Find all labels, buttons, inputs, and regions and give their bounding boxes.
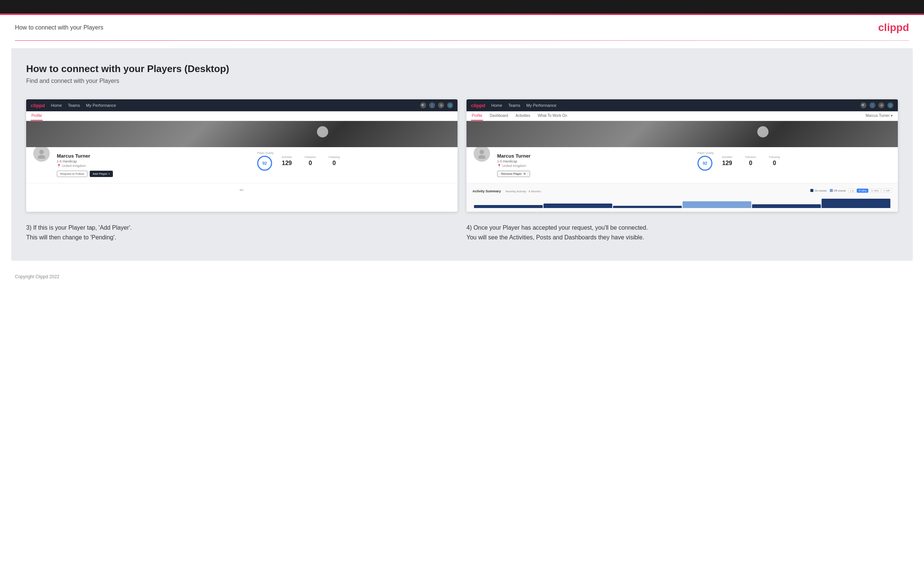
action-buttons-left: Request to Follow Add Player + xyxy=(57,171,251,177)
footer: Copyright Clippd 2022 xyxy=(0,268,924,285)
mock-logo-right: clippd xyxy=(471,103,485,108)
time-btn-6mths[interactable]: 6 mths xyxy=(857,189,868,193)
mock-navbar-right: clippd Home Teams My Performance 🔍 👤 ⚙ 🌐 xyxy=(467,99,898,111)
time-btn-3mths[interactable]: 3 mths xyxy=(869,189,880,193)
quality-label-left: Player Quality xyxy=(257,152,274,154)
stat-followers-right: Followers 0 xyxy=(740,156,761,166)
stat-activities-right: Activities 129 xyxy=(718,156,737,166)
copyright-text: Copyright Clippd 2022 xyxy=(15,274,60,279)
mock-logo-left: clippd xyxy=(31,103,45,108)
tab-profile-right[interactable]: Profile xyxy=(471,111,483,121)
search-icon-right[interactable]: 🔍 xyxy=(861,102,866,108)
time-btn-1mth[interactable]: 1 mth xyxy=(881,189,892,193)
profile-info-left: Marcus Turner 1-5 Handicap 📍 United King… xyxy=(57,152,251,177)
location-left: 📍 United Kingdom xyxy=(57,164,251,168)
mock-tabs-right: Profile Dashboard Activities What To Wor… xyxy=(467,111,898,121)
stat-following-right: Following 0 xyxy=(764,156,785,166)
mock-nav-icons-left: 🔍 👤 ⚙ 🌐 xyxy=(420,102,453,108)
globe-icon-left[interactable]: 🌐 xyxy=(447,102,453,108)
page-subtitle: Find and connect with your Players xyxy=(26,78,898,84)
svg-point-2 xyxy=(480,150,484,154)
profile-info-right: Marcus Turner 1-5 Handicap 📍 United King… xyxy=(497,152,691,177)
mock-profile-left: Marcus Turner 1-5 Handicap 📍 United King… xyxy=(26,147,457,183)
player-name-left: Marcus Turner xyxy=(57,153,251,159)
edit-icon-left: ✏ xyxy=(240,187,244,193)
mock-nav-icons-right: 🔍 👤 ⚙ 🌐 xyxy=(861,102,893,108)
mock-nav-teams-left[interactable]: Teams xyxy=(68,103,80,108)
screenshot-right: clippd Home Teams My Performance 🔍 👤 ⚙ 🌐… xyxy=(467,99,898,212)
handicap-right: 1-5 Handicap xyxy=(497,160,691,163)
stat-group-right: Player Quality 92 Activities 129 Followe… xyxy=(698,152,892,171)
screenshot-left: clippd Home Teams My Performance 🔍 👤 ⚙ 🌐… xyxy=(26,99,457,212)
mock-nav-home-left[interactable]: Home xyxy=(51,103,62,108)
stat-following-left: Following 0 xyxy=(324,156,344,166)
remove-x-icon: ✕ xyxy=(523,172,526,176)
stat-activities-left: Activities 129 xyxy=(277,156,297,166)
mock-nav-teams-right[interactable]: Teams xyxy=(508,103,520,108)
tab-whattworkon-right[interactable]: What To Work On xyxy=(537,111,568,121)
user-icon-left[interactable]: 👤 xyxy=(429,102,435,108)
request-follow-button[interactable]: Request to Follow xyxy=(57,171,87,177)
stat-group-left: Player Quality 92 Activities 129 Followe… xyxy=(257,152,452,171)
activity-summary: Activity Summary Monthly Activity · 6 Mo… xyxy=(467,183,898,212)
activity-chart xyxy=(472,197,892,208)
breadcrumb: How to connect with your Players xyxy=(15,24,103,31)
svg-point-0 xyxy=(39,150,44,154)
mock-nav-performance-right[interactable]: My Performance xyxy=(526,103,557,108)
tab-user-right[interactable]: Marcus Turner ▾ xyxy=(865,111,893,121)
tab-activities-right[interactable]: Activities xyxy=(515,111,531,121)
description-right: 4) Once your Player has accepted your re… xyxy=(467,223,898,242)
description-left: 3) If this is your Player tap, 'Add Play… xyxy=(26,223,457,242)
settings-icon-right[interactable]: ⚙ xyxy=(879,102,884,108)
activity-subtitle: Monthly Activity · 6 Months xyxy=(506,190,541,193)
activity-title: Activity Summary xyxy=(472,189,501,193)
user-icon-right[interactable]: 👤 xyxy=(869,102,876,108)
descriptions-row: 3) If this is your Player tap, 'Add Play… xyxy=(26,223,898,242)
globe-icon-right[interactable]: 🌐 xyxy=(887,102,893,108)
legend-on-course: On course xyxy=(810,189,826,192)
svg-point-3 xyxy=(478,155,486,159)
mock-banner-left xyxy=(26,121,457,147)
main-content: How to connect with your Players (Deskto… xyxy=(11,48,913,261)
quality-circle-right: 92 xyxy=(698,156,712,171)
stat-followers-left: Followers 0 xyxy=(300,156,320,166)
tab-dashboard-right[interactable]: Dashboard xyxy=(489,111,509,121)
header-divider xyxy=(15,40,909,41)
mock-profile-right: Marcus Turner 1-5 Handicap 📍 United King… xyxy=(467,147,898,183)
page-title: How to connect with your Players (Deskto… xyxy=(26,63,898,75)
top-black-bar xyxy=(0,0,924,13)
header: How to connect with your Players clippd xyxy=(0,15,924,40)
location-right: 📍 United Kingdom xyxy=(497,164,691,168)
legend-off-course: Off course xyxy=(830,189,846,192)
quality-label-right: Player Quality xyxy=(698,152,714,154)
handicap-left: 1-5 Handicap xyxy=(57,160,251,163)
legend: On course Off course xyxy=(810,189,845,192)
remove-player-button[interactable]: Remove Player ✕ xyxy=(497,171,530,177)
time-buttons: 1 yr 6 mths 3 mths 1 mth xyxy=(848,189,892,193)
mock-nav-performance-left[interactable]: My Performance xyxy=(86,103,116,108)
edit-area-left: ✏ xyxy=(26,183,457,197)
quality-circle-left: 92 xyxy=(257,156,272,171)
settings-icon-left[interactable]: ⚙ xyxy=(438,102,444,108)
screenshots-row: clippd Home Teams My Performance 🔍 👤 ⚙ 🌐… xyxy=(26,99,898,212)
svg-point-1 xyxy=(38,155,45,159)
mock-navbar-left: clippd Home Teams My Performance 🔍 👤 ⚙ 🌐 xyxy=(26,99,457,111)
mock-tabs-left: Profile xyxy=(26,111,457,121)
mock-banner-right xyxy=(467,121,898,147)
mock-nav-home-right[interactable]: Home xyxy=(491,103,502,108)
clippd-logo: clippd xyxy=(879,22,909,34)
time-btn-1yr[interactable]: 1 yr xyxy=(848,189,856,193)
player-name-right: Marcus Turner xyxy=(497,153,691,159)
activity-title-group: Activity Summary Monthly Activity · 6 Mo… xyxy=(472,187,541,194)
search-icon-left[interactable]: 🔍 xyxy=(420,102,426,108)
activity-controls: On course Off course 1 yr 6 mths 3 mths xyxy=(810,189,892,193)
add-player-button[interactable]: Add Player + xyxy=(90,171,113,177)
tab-profile-left[interactable]: Profile xyxy=(31,111,43,121)
activity-header: Activity Summary Monthly Activity · 6 Mo… xyxy=(472,187,892,194)
